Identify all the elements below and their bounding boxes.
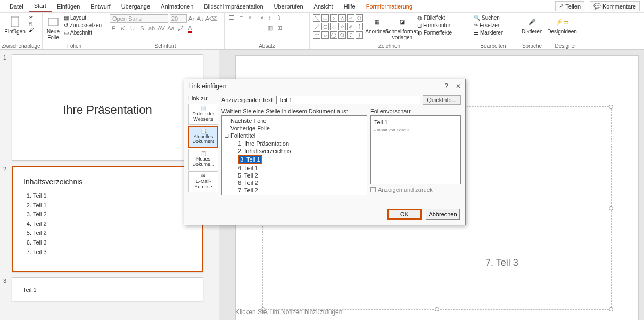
shapes-gallery[interactable]: ＼▭○△⇨⬡ ／▢◇☆⬀{ 〰▱◯⬠⤴} [313, 14, 363, 39]
notes-placeholder[interactable]: Klicken Sie, um Notizen hinzuzufügen [235, 304, 342, 320]
decrease-font-icon[interactable]: A↓ [197, 15, 204, 22]
new-slide-icon [47, 15, 60, 28]
clear-format-icon[interactable]: A⌫ [205, 15, 218, 22]
tree-node[interactable]: 6. Teil 2 [223, 179, 366, 187]
smartart-icon[interactable]: ⊞ [276, 24, 283, 31]
text-direction-icon[interactable]: ⤵ [276, 14, 283, 21]
tab-hilfe[interactable]: Hilfe [338, 2, 361, 11]
group-label-designer: Designer [547, 43, 584, 49]
replace-button[interactable]: ✑Ersetzen [473, 22, 505, 29]
align-right-icon[interactable]: ≡ [247, 24, 254, 31]
cut-icon[interactable]: ✂ [29, 14, 34, 20]
design-ideas-button[interactable]: ⚡▭ Designideen [550, 14, 574, 36]
display-text-input[interactable] [276, 96, 420, 104]
slide-thumbnail-2[interactable]: Inhaltsverzeichnis Teil 1 Teil 1 Teil 2 … [12, 166, 203, 272]
checkbox-icon [370, 187, 376, 192]
tab-ueberpruefen[interactable]: Überprüfen [269, 2, 309, 11]
show-return-checkbox[interactable]: Anzeigen und zurück [370, 187, 461, 193]
copy-icon[interactable]: ⎘ [29, 21, 34, 27]
case-button[interactable]: Aa [167, 25, 175, 31]
select-place-label: Wählen Sie eine Stelle in diesem Dokumen… [221, 108, 367, 114]
layout-button[interactable]: ▦Layout [63, 14, 103, 21]
group-label-slides: Folien [43, 43, 106, 49]
comments-button[interactable]: 💬Kommentare [590, 1, 640, 11]
tree-node-next[interactable]: Nächste Folie [223, 117, 366, 124]
align-left-icon[interactable]: ≡ [228, 24, 235, 31]
tree-node[interactable]: 1. Ihre Präsentation [223, 140, 366, 147]
tab-bildschirm[interactable]: Bildschirmpräsentation [199, 2, 268, 11]
indent-left-icon[interactable]: ⇤ [247, 14, 254, 21]
help-icon[interactable]: ? [444, 82, 448, 90]
tab-animationen[interactable]: Animationen [155, 2, 199, 11]
linkopt-email[interactable]: ✉E-Mail-Adresse [188, 171, 218, 192]
slide-thumbnail-3[interactable]: Teil 1 [12, 277, 203, 301]
svg-rect-2 [48, 18, 58, 26]
place-tree[interactable]: Nächste Folie Vorherige Folie ⊟ Folienti… [221, 115, 367, 195]
highlight-button[interactable]: 🖍 [177, 25, 184, 31]
cancel-button[interactable]: Abbrechen [426, 209, 460, 220]
screentip-button[interactable]: QuickInfo... [423, 95, 461, 105]
tab-datei[interactable]: Datei [4, 2, 29, 11]
ok-button[interactable]: OK [387, 209, 422, 220]
svg-rect-0 [11, 17, 19, 27]
shape-fill-button[interactable]: ◍Fülleffekt [416, 14, 453, 21]
tree-node-titles[interactable]: ⊟ Folientitel [223, 132, 366, 140]
font-color-button[interactable]: A [186, 25, 194, 31]
numbering-icon[interactable]: ≡ [237, 14, 245, 21]
italic-button[interactable]: K [119, 25, 127, 31]
slide-title: Teil 1 [23, 287, 37, 293]
strike-button[interactable]: S [138, 25, 146, 31]
share-button[interactable]: ↗Teilen [555, 1, 584, 11]
close-icon[interactable]: ✕ [456, 82, 461, 90]
group-drawing: ＼▭○△⇨⬡ ／▢◇☆⬀{ 〰▱◯⬠⤴} ▦ Anordnen ◪ Schnel… [310, 13, 469, 49]
bullets-icon[interactable]: ☰ [228, 14, 235, 21]
tab-formformatierung[interactable]: Formformatierung [361, 2, 418, 11]
replace-icon: ✑ [474, 22, 478, 28]
font-size-input[interactable]: 20 [170, 14, 187, 23]
format-painter-icon[interactable]: 🖌 [29, 27, 34, 33]
dictate-button[interactable]: 🎤 Diktieren [521, 14, 543, 36]
shadow-button[interactable]: ab [148, 25, 155, 31]
slide-thumbnail-1[interactable]: Ihre Präsentation [12, 54, 203, 161]
tree-node[interactable]: 2. Inhaltsverzeichnis [223, 147, 366, 155]
font-name-input[interactable]: Open Sans [110, 14, 168, 23]
shape-effects-button[interactable]: ◐Formeffekte [416, 29, 453, 36]
tab-ansicht[interactable]: Ansicht [309, 2, 338, 11]
columns-icon[interactable]: ▥ [266, 24, 274, 31]
shape-outline-button[interactable]: ◻Formkontur [416, 22, 453, 29]
select-button[interactable]: ☰Markieren [473, 29, 505, 36]
tree-node[interactable]: 4. Teil 1 [223, 164, 366, 172]
linkopt-current-doc[interactable]: 📑Aktuelles Dokument [188, 126, 218, 148]
select-icon: ☰ [474, 30, 478, 36]
quick-styles-button[interactable]: ◪ Schnellformat- vorlagen [391, 14, 414, 41]
section-button[interactable]: ▭Abschnitt [63, 29, 103, 36]
paste-button[interactable]: Einfügen [3, 14, 27, 36]
bold-button[interactable]: F [110, 25, 117, 31]
tab-uebergaenge[interactable]: Übergänge [116, 2, 155, 11]
indent-right-icon[interactable]: ⇥ [257, 14, 264, 21]
group-designer: ⚡▭ Designideen Designer [547, 13, 584, 49]
tab-start[interactable]: Start [29, 1, 52, 12]
linkopt-new-doc[interactable]: 📋Neues Dokume... [188, 149, 218, 170]
group-clipboard: Einfügen ✂ ⎘ 🖌 Zwischenablage [0, 13, 43, 49]
underline-button[interactable]: U [129, 25, 136, 31]
tree-node-prev[interactable]: Vorherige Folie [223, 124, 366, 132]
thumb-number: 2 [3, 166, 12, 272]
line-spacing-icon[interactable]: ↕ [266, 14, 274, 21]
spacing-button[interactable]: AV [158, 25, 165, 31]
tab-einfuegen[interactable]: Einfügen [52, 2, 85, 11]
insert-link-dialog: Link einfügen ? ✕ Link zu: 📄Datei oder W… [184, 79, 466, 225]
align-center-icon[interactable]: ≡ [237, 24, 245, 31]
group-label-editing: Bearbeiten [469, 43, 517, 49]
tab-entwurf[interactable]: Entwurf [85, 2, 115, 11]
toc-list: Teil 1 Teil 1 Teil 2 Teil 2 Teil 2 Teil … [23, 191, 192, 257]
new-slide-button[interactable]: Neue Folie [46, 14, 61, 41]
justify-icon[interactable]: ≡ [257, 24, 264, 31]
increase-font-icon[interactable]: A↑ [188, 15, 195, 22]
find-button[interactable]: 🔍Suchen [473, 14, 505, 21]
reset-button[interactable]: ↺Zurücksetzen [63, 22, 103, 29]
tree-node[interactable]: 7. Teil 2 [223, 187, 366, 194]
linkopt-file[interactable]: 📄Datei oder Webseite [188, 104, 218, 125]
tree-node[interactable]: 5. Teil 2 [223, 172, 366, 179]
tree-node-selected[interactable]: 3. Teil 1 [238, 155, 262, 164]
